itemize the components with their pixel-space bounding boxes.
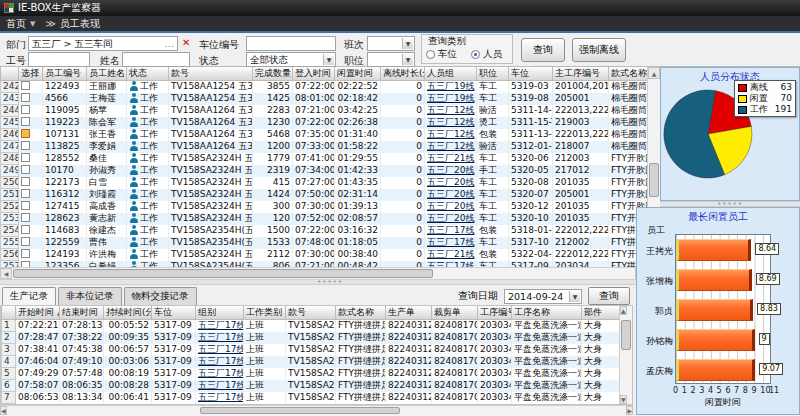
table-row[interactable]: 256124193许洪梅工作TV158SA2324H 五3211207:30:0… (1, 249, 648, 261)
row-checkbox[interactable] (21, 153, 30, 162)
bottom-col-header-8[interactable]: 款式名称 (336, 306, 386, 320)
name-input[interactable] (122, 52, 190, 67)
bottom-col-header-11[interactable]: 工序编号 (478, 306, 512, 320)
bottom-col-header-3[interactable]: 持续时间(分) (104, 306, 152, 320)
bottom-col-header-12[interactable]: 工序名称 (512, 306, 582, 320)
table-row[interactable]: 253128623黄志新工作TV158SA2324H 五312007:52:00… (1, 213, 648, 225)
scroll-thumb[interactable] (621, 320, 631, 350)
table-row[interactable]: 252127415高成香工作TV158SA2324H 五330007:30:00… (1, 201, 648, 213)
bottom-col-header-6[interactable]: 工作类别 (244, 306, 286, 320)
row-checkbox[interactable] (21, 165, 30, 174)
table-row[interactable]: 251116312刘瑾霞工作TV158SA2324H 五3142407:50:0… (1, 189, 648, 201)
bottom-col-header-0[interactable] (2, 306, 16, 320)
more-icon[interactable]: … (165, 37, 175, 50)
table-row[interactable]: 244119095杨苹工作TV158AA1264 五3228307:21:000… (1, 105, 648, 117)
scroll-down-arrow[interactable]: ▼ (620, 395, 627, 404)
bottom-col-header-13[interactable]: 部件 (582, 306, 622, 320)
table-row[interactable]: 246107131张王香工作TV158AA1264 五3546807:35:00… (1, 129, 648, 141)
scroll-thumb[interactable] (649, 163, 659, 197)
main-col-header-10[interactable]: 人员组 (425, 67, 477, 81)
dropdown-arrow-icon[interactable]: ▼ (569, 291, 580, 302)
dropdown-arrow-icon[interactable]: ▼ (323, 54, 334, 65)
scroll-up-arrow[interactable]: ▲ (620, 306, 627, 315)
main-horizontal-scrollbar[interactable]: ◀ ▶ (0, 267, 647, 279)
force-offline-button[interactable]: 强制离线 (572, 38, 626, 62)
tab-1[interactable]: 非本位记录 (58, 287, 122, 305)
row-checkbox[interactable] (21, 81, 30, 90)
radio-icon[interactable] (471, 50, 480, 59)
bottom-col-header-10[interactable]: 裁剪单 (432, 306, 478, 320)
table-row[interactable]: 248128552桑佳工作TV158SA2324H 五3177907:41:00… (1, 153, 648, 165)
dropdown-arrow-icon[interactable]: ▼ (402, 54, 413, 65)
query-type-radio-人员[interactable]: 人员 (471, 48, 502, 61)
row-checkbox[interactable] (21, 201, 30, 210)
bottom-col-header-5[interactable]: 组别 (196, 306, 244, 320)
row-checkbox[interactable] (21, 177, 30, 186)
scroll-thumb[interactable] (200, 407, 400, 414)
dropdown-arrow-icon[interactable]: ▼ (402, 38, 413, 49)
main-col-header-2[interactable]: 员工编号 (43, 67, 87, 81)
date-search-button[interactable]: 查询 (588, 287, 630, 305)
row-checkbox[interactable] (21, 249, 30, 258)
table-row[interactable]: 307:38:4107:45:3800:06:575317-09五三厂17线上班… (2, 344, 622, 356)
dept-field[interactable]: 五三厂 > 五三车间… (28, 36, 178, 51)
table-row[interactable]: 207:28:4707:38:2200:09:355317-09五三厂17线上班… (2, 332, 622, 344)
tab-2[interactable]: 物料交接记录 (124, 287, 197, 305)
scroll-thumb[interactable] (13, 269, 433, 278)
main-col-header-12[interactable]: 车位 (509, 67, 553, 81)
main-col-header-6[interactable]: 完成数量 (253, 67, 293, 81)
table-row[interactable]: 242122493王丽娜工作TV158AA1254 五3385507:22:00… (1, 81, 648, 93)
search-button[interactable]: 查询 (521, 38, 565, 62)
table-row[interactable]: 507:49:2907:57:4800:08:195317-09五三厂17线上班… (2, 368, 622, 380)
main-col-header-8[interactable]: 闲置时间 (335, 67, 381, 81)
bottom-col-header-2[interactable]: 结束时间 (60, 306, 104, 320)
scroll-up-arrow[interactable]: ▲ (648, 67, 660, 79)
row-checkbox[interactable] (21, 141, 30, 150)
main-col-header-4[interactable]: 状态 (127, 67, 169, 81)
main-col-header-5[interactable]: 款号 (169, 67, 253, 81)
tab-0[interactable]: 生产记录 (2, 287, 56, 305)
main-col-header-3[interactable]: 员工姓名 (87, 67, 127, 81)
radio-icon[interactable] (426, 50, 435, 59)
scroll-right-arrow[interactable]: ▶ (626, 406, 633, 415)
main-col-header-14[interactable]: 款式名称 (609, 67, 648, 81)
table-row[interactable]: 245119223陈会军工作TV158AA1264 五3123007:22:00… (1, 117, 648, 129)
row-checkbox[interactable] (21, 117, 30, 126)
chevron-down-icon[interactable]: ▼ (30, 20, 35, 28)
table-row[interactable]: 2434566王梅莲工作TV158AA1254 五3142508:01:0002… (1, 93, 648, 105)
main-col-header-13[interactable]: 主工序编号 (553, 67, 609, 81)
station-input[interactable] (246, 36, 336, 51)
main-col-header-0[interactable] (1, 67, 19, 81)
bottom-vertical-scrollbar[interactable]: ▲ ▼ (619, 306, 632, 404)
row-checkbox[interactable] (21, 189, 30, 198)
table-row[interactable]: 254114683徐建杰工作TV158SA2354H(五3)150007:22:… (1, 225, 648, 237)
menu-home[interactable]: 首页 (6, 17, 26, 31)
row-checkbox[interactable] (21, 213, 30, 222)
position-select[interactable]: ▼ (367, 52, 415, 67)
table-row[interactable]: 607:58:0708:06:3500:08:285317-09五三厂17线上班… (2, 380, 622, 392)
table-row[interactable]: 247113825李爱娟工作TV158AA1264 五3120007:33:00… (1, 141, 648, 153)
table-row[interactable]: 107:22:2107:28:1300:05:525317-09五三厂17线上班… (2, 320, 622, 332)
row-checkbox[interactable] (21, 129, 30, 138)
row-checkbox[interactable] (21, 237, 30, 246)
bottom-col-header-1[interactable]: 开始时间 ▲ (16, 306, 60, 320)
bottom-col-header-7[interactable]: 款号 (286, 306, 336, 320)
bottom-col-header-9[interactable]: 生产单 (386, 306, 432, 320)
query-type-radio-车位[interactable]: 车位 (426, 48, 457, 61)
row-checkbox[interactable] (21, 105, 30, 114)
main-col-header-11[interactable]: 职位 (477, 67, 509, 81)
shift-select[interactable]: ▼ (367, 36, 415, 51)
main-col-header-9[interactable]: 离线时长(分) (381, 67, 425, 81)
empno-input[interactable] (28, 52, 90, 67)
table-row[interactable]: 250122173白雪工作TV158SA2324H 五341507:27:000… (1, 177, 648, 189)
date-select[interactable]: 2014-09-24▼ (504, 289, 582, 304)
bottom-col-header-4[interactable]: 车位 (152, 306, 196, 320)
row-checkbox[interactable] (21, 93, 30, 102)
main-col-header-7[interactable]: 登入时间 (293, 67, 335, 81)
table-row[interactable]: 708:06:5308:13:3400:06:415317-09五三厂17线上班… (2, 392, 622, 404)
scroll-left-arrow[interactable]: ◀ (0, 406, 7, 415)
row-checkbox[interactable] (21, 225, 30, 234)
scroll-left-arrow[interactable]: ◀ (0, 268, 12, 279)
table-row[interactable]: 24910170孙淑秀工作TV158SA2324H 五3231907:34:00… (1, 165, 648, 177)
bottom-horizontal-scrollbar[interactable]: ◀ ▶ (0, 405, 633, 415)
